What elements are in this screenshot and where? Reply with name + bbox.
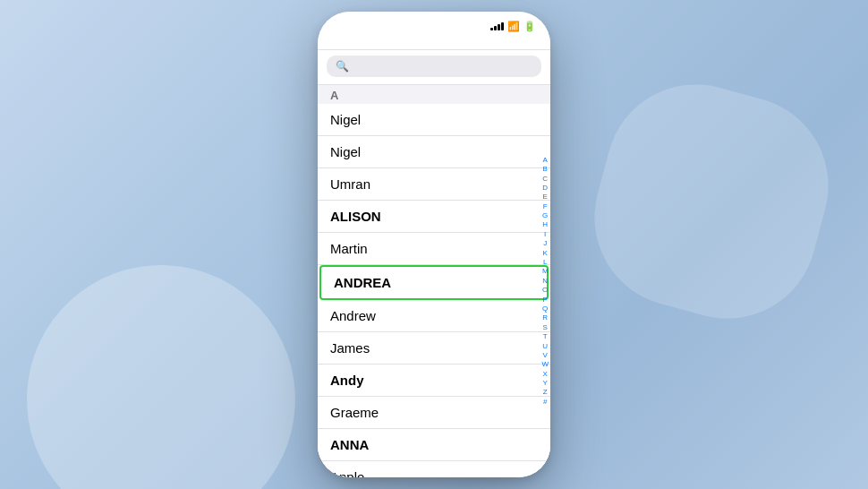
contact-row[interactable]: ANDREA (319, 265, 549, 300)
contact-row[interactable]: Nigel (318, 104, 550, 136)
bg-shape1 (0, 227, 333, 489)
alpha-letter-#[interactable]: # (543, 398, 547, 407)
bg-shape2 (574, 64, 848, 339)
alpha-letter-y[interactable]: Y (543, 379, 548, 388)
contact-row[interactable]: Apple (318, 461, 550, 477)
contact-name: Nigel (330, 112, 361, 127)
alpha-letter-l[interactable]: L (543, 258, 547, 267)
contact-row[interactable]: James (318, 332, 550, 365)
alpha-letter-o[interactable]: O (542, 286, 548, 295)
alpha-letter-x[interactable]: X (543, 370, 548, 379)
alpha-letter-k[interactable]: K (543, 249, 548, 258)
alpha-letter-w[interactable]: W (541, 360, 549, 369)
alpha-letter-a[interactable]: A (543, 156, 548, 165)
alpha-letter-i[interactable]: I (544, 230, 546, 239)
contact-name: Andrew (330, 308, 376, 323)
contact-name: ANDREA (334, 275, 391, 290)
contact-row[interactable]: Graeme (318, 397, 550, 429)
contact-name: Graeme (330, 405, 379, 420)
alpha-letter-q[interactable]: Q (542, 305, 548, 313)
contact-row[interactable]: Umran (318, 168, 550, 201)
contact-name: Andy (330, 373, 364, 388)
contact-row[interactable]: Martin (318, 233, 550, 265)
alpha-letter-c[interactable]: C (542, 175, 548, 184)
alpha-letter-v[interactable]: V (543, 351, 548, 360)
alpha-letter-t[interactable]: T (543, 332, 548, 341)
contact-name: Apple (330, 469, 364, 477)
battery-icon: 🔋 (523, 21, 536, 32)
alpha-letter-d[interactable]: D (542, 184, 548, 193)
status-bar: 📶 🔋 (318, 12, 550, 37)
contact-name: Martin (330, 241, 368, 256)
alpha-letter-n[interactable]: N (542, 277, 548, 286)
contact-name: ALISON (330, 209, 381, 224)
alpha-letter-e[interactable]: E (543, 193, 548, 202)
signal-icon (490, 21, 504, 30)
contacts-list: ANigelNigelUmranALISONMartinANDREAAndrew… (318, 85, 550, 477)
alpha-letter-h[interactable]: H (542, 220, 548, 229)
contacts-scroll[interactable]: ANigelNigelUmranALISONMartinANDREAAndrew… (318, 85, 550, 477)
alpha-letter-b[interactable]: B (543, 165, 548, 174)
contact-name: ANNA (330, 437, 369, 452)
search-input-wrapper[interactable]: 🔍 (327, 56, 541, 77)
alpha-letter-s[interactable]: S (543, 323, 548, 332)
alphabet-index[interactable]: ABCDEFGHIJKLMNOPQRSTUVWXYZ# (541, 85, 549, 477)
alpha-letter-r[interactable]: R (542, 313, 548, 322)
alpha-letter-f[interactable]: F (543, 202, 548, 211)
search-icon: 🔍 (336, 60, 349, 73)
contact-name: Umran (330, 176, 370, 192)
contact-row[interactable]: Andy (318, 365, 550, 397)
alpha-letter-z[interactable]: Z (543, 388, 548, 397)
contact-row[interactable]: Andrew (318, 300, 550, 332)
alpha-letter-m[interactable]: M (542, 267, 549, 276)
status-icons: 📶 🔋 (490, 21, 536, 32)
alpha-letter-u[interactable]: U (542, 342, 548, 351)
alpha-letter-p[interactable]: P (543, 296, 548, 305)
contact-name: Nigel (330, 144, 361, 159)
alpha-letter-j[interactable]: J (543, 239, 547, 248)
phone-frame: 📶 🔋 🔍 ANigelNigelUmranALISONMartinANDREA… (318, 12, 550, 477)
contact-row[interactable]: ANNA (318, 429, 550, 461)
contact-name: James (330, 340, 370, 356)
nav-bar (318, 37, 550, 50)
contact-row[interactable]: ALISON (318, 201, 550, 233)
contact-row[interactable]: Nigel (318, 136, 550, 168)
wifi-icon: 📶 (507, 21, 520, 32)
search-bar: 🔍 (318, 50, 550, 85)
alpha-letter-g[interactable]: G (542, 211, 548, 220)
section-header-a: A (318, 85, 550, 104)
